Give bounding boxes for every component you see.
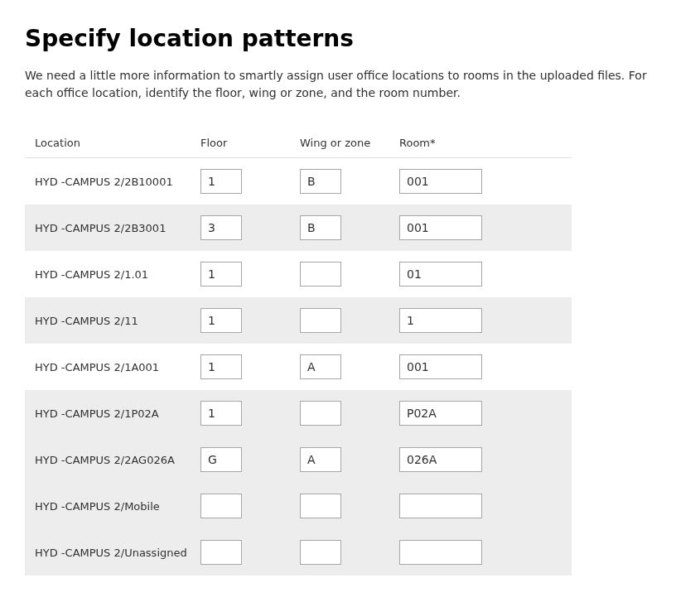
header-location: Location: [35, 137, 200, 149]
table-row: HYD -CAMPUS 2/Mobile: [25, 483, 572, 529]
wing-input[interactable]: [300, 169, 341, 194]
location-cell: HYD -CAMPUS 2/1.01: [35, 268, 200, 281]
room-input[interactable]: [399, 540, 482, 565]
floor-input[interactable]: [200, 447, 242, 472]
floor-input[interactable]: [200, 215, 242, 240]
floor-input[interactable]: [200, 494, 242, 518]
table-row: HYD -CAMPUS 2/Unassigned: [25, 529, 572, 576]
floor-input[interactable]: [200, 308, 242, 333]
room-input[interactable]: [399, 354, 482, 379]
location-patterns-table: Location Floor Wing or zone Room* HYD -C…: [25, 128, 572, 576]
location-cell: HYD -CAMPUS 2/1A001: [35, 361, 200, 373]
header-floor: Floor: [200, 137, 300, 149]
table-row: HYD -CAMPUS 2/2AG026A: [25, 436, 572, 483]
floor-input[interactable]: [200, 401, 242, 426]
wing-input[interactable]: [300, 494, 341, 518]
location-cell: HYD -CAMPUS 2/1P02A: [35, 407, 200, 420]
table-row: HYD -CAMPUS 2/2B3001: [25, 205, 572, 251]
room-input[interactable]: [399, 447, 482, 472]
floor-input[interactable]: [200, 262, 242, 287]
location-cell: HYD -CAMPUS 2/Unassigned: [35, 547, 200, 559]
table-row: HYD -CAMPUS 2/11: [25, 297, 572, 344]
location-cell: HYD -CAMPUS 2/Mobile: [35, 500, 200, 513]
table-row: HYD -CAMPUS 2/1.01: [25, 251, 572, 297]
room-input[interactable]: [399, 494, 482, 518]
page-description: We need a little more information to sma…: [25, 67, 671, 102]
wing-input[interactable]: [300, 447, 341, 472]
table-row: HYD -CAMPUS 2/1P02A: [25, 390, 572, 436]
room-input[interactable]: [399, 262, 482, 287]
location-cell: HYD -CAMPUS 2/2B10001: [35, 176, 200, 188]
wing-input[interactable]: [300, 354, 341, 379]
location-cell: HYD -CAMPUS 2/2B3001: [35, 222, 200, 234]
room-input[interactable]: [399, 401, 482, 426]
table-header-row: Location Floor Wing or zone Room*: [25, 128, 572, 158]
floor-input[interactable]: [200, 169, 242, 194]
header-room: Room*: [399, 137, 532, 149]
location-cell: HYD -CAMPUS 2/2AG026A: [35, 454, 200, 466]
location-cell: HYD -CAMPUS 2/11: [35, 315, 200, 327]
wing-input[interactable]: [300, 401, 341, 426]
room-input[interactable]: [399, 308, 482, 333]
wing-input[interactable]: [300, 262, 341, 287]
table-row: HYD -CAMPUS 2/2B10001: [25, 158, 572, 205]
table-row: HYD -CAMPUS 2/1A001: [25, 344, 572, 390]
wing-input[interactable]: [300, 215, 341, 240]
header-wing: Wing or zone: [300, 137, 399, 149]
page-title: Specify location patterns: [25, 25, 675, 52]
wing-input[interactable]: [300, 540, 341, 565]
wing-input[interactable]: [300, 308, 341, 333]
room-input[interactable]: [399, 169, 482, 194]
floor-input[interactable]: [200, 540, 242, 565]
floor-input[interactable]: [200, 354, 242, 379]
room-input[interactable]: [399, 215, 482, 240]
